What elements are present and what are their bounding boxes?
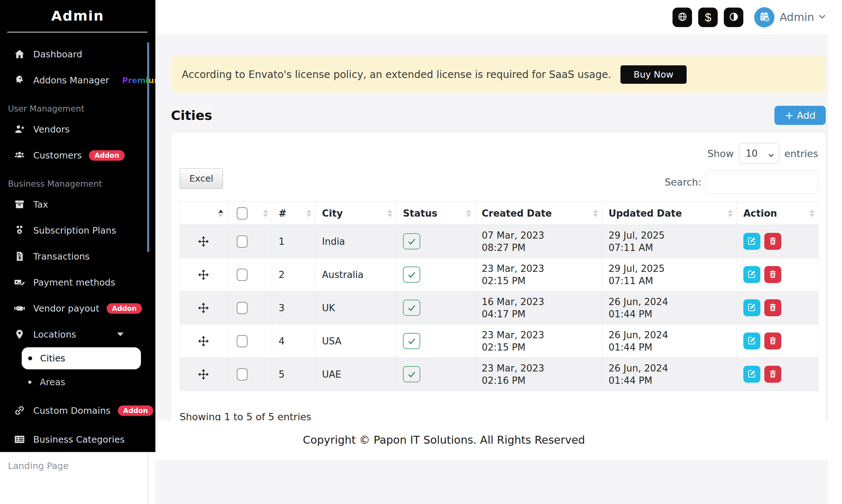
excel-export-button[interactable]: Excel [180,168,223,189]
sidebar-scrollbar-thumb[interactable] [147,42,149,252]
sidebar-item-payment-methods[interactable]: Payment methods [0,269,155,295]
search-input[interactable] [706,170,818,194]
drag-handle-icon[interactable] [198,269,209,281]
map-pin-icon [13,329,26,340]
edit-button[interactable] [743,299,760,316]
status-active-checkbox[interactable] [403,300,420,316]
sidebar-subitem-label: Cities [40,353,65,364]
entries-label: entries [784,148,818,159]
edit-pencil-icon [747,236,756,247]
row-number: 1 [272,225,315,258]
bullet-icon [28,356,32,360]
table-row: 1 India 07 Mar, 202308:27 PM 29 Jul, 202… [180,225,819,258]
edit-button[interactable] [743,266,760,283]
delete-button[interactable] [764,299,781,316]
column-header-action[interactable]: Action [737,202,819,225]
add-button[interactable]: + Add [774,106,826,125]
dollar-icon: $ [705,12,711,23]
page-size-select-wrap: 10 [739,143,779,164]
row-checkbox[interactable] [237,269,248,281]
drag-handle-icon[interactable] [198,335,209,347]
column-header-updated-date[interactable]: Updated Date [602,202,737,225]
column-header-city[interactable]: City [315,202,396,225]
table-row: 3 UK 16 Mar, 202304:17 PM 26 Jun, 202401… [180,291,819,325]
rocket-icon [13,75,26,86]
created-date-cell: 23 Mar, 202302:16 PM [475,358,602,391]
edit-pencil-icon [747,336,756,346]
sidebar-item-vendors[interactable]: Vendors [0,116,155,142]
row-checkbox[interactable] [237,335,248,347]
updated-date-cell: 29 Jul, 202507:11 AM [602,225,737,258]
column-header-number[interactable]: # [272,202,315,225]
delete-button[interactable] [764,333,781,349]
sidebar-item-label: Transactions [33,251,90,262]
drag-handle-icon[interactable] [198,236,209,247]
addon-badge: Addon [118,405,154,416]
city-cell: UAE [315,358,396,391]
sort-icon [218,209,223,217]
edit-button[interactable] [743,233,760,250]
app-title: Admin [0,0,155,32]
table-row: 2 Australia 23 Mar, 202302:15 PM 29 Jul,… [180,258,819,291]
contrast-icon [729,12,739,23]
link-icon [13,405,26,416]
city-cell: India [315,225,396,258]
column-header-status[interactable]: Status [396,202,475,225]
column-header-reorder[interactable] [180,202,227,225]
sidebar-item-customers[interactable]: Customers Addon [0,142,155,168]
edit-button[interactable] [743,333,760,349]
column-header-select-all[interactable] [227,202,272,225]
page-size-select[interactable]: 10 [739,143,779,164]
medal-icon [13,225,26,236]
sidebar-item-label: Customers [33,150,82,161]
drag-handle-icon[interactable] [198,369,209,380]
row-number: 4 [272,325,315,358]
archive-box-icon [13,199,26,210]
trash-icon [768,336,777,346]
user-avatar[interactable] [754,7,774,27]
drag-handle-icon[interactable] [198,302,209,314]
cities-table-card: Show 10 entries Excel Search: [171,133,826,429]
user-menu-label[interactable]: Admin [779,11,814,23]
city-cell: UK [315,291,396,325]
delete-button[interactable] [764,233,781,250]
sidebar-item-custom-domains[interactable]: Custom Domains Addon [0,397,155,423]
delete-button[interactable] [764,266,781,283]
sidebar-item-label: Vendor payout [33,303,99,314]
chevron-down-icon[interactable] [818,12,826,22]
delete-button[interactable] [764,366,781,383]
edit-pencil-icon [747,270,756,280]
sidebar-item-business-categories[interactable]: Business Categories [0,426,155,452]
sidebar-item-dashboard[interactable]: Dashboard [0,41,155,67]
search-group: Search: [665,170,818,194]
sidebar-item-transactions[interactable]: $ Transactions [0,243,155,269]
sidebar-subitem-areas[interactable]: Areas [0,369,155,395]
row-checkbox[interactable] [237,302,248,314]
sidebar-item-addons-manager[interactable]: Addons Manager Premium [0,67,155,93]
sidebar-item-label: Tax [33,199,48,210]
column-header-created-date[interactable]: Created Date [475,202,602,225]
row-checkbox[interactable] [237,368,248,381]
sort-icon [306,209,312,217]
row-checkbox[interactable] [237,235,248,248]
trash-icon [768,303,777,313]
sidebar-subitem-cities-active[interactable]: Cities [22,347,141,369]
sidebar-item-tax[interactable]: Tax [0,191,155,217]
sidebar-item-label: Locations [33,329,76,340]
sidebar-item-label: Business Categories [33,434,125,445]
select-all-checkbox[interactable] [237,207,248,220]
sidebar-item-subscription-plans[interactable]: Subscription Plans [0,217,155,243]
sidebar-item-vendor-payout[interactable]: Vendor payout Addon [0,295,155,321]
status-active-checkbox[interactable] [403,233,420,249]
status-active-checkbox[interactable] [403,266,420,283]
language-button[interactable] [673,8,692,27]
buy-now-button[interactable]: Buy Now [620,65,686,84]
theme-toggle-button[interactable] [724,8,743,27]
sidebar-item-locations[interactable]: Locations [0,321,155,347]
landing-page-section: Landing Page [0,452,155,504]
edit-button[interactable] [743,366,760,383]
sort-icon [263,209,268,217]
status-active-checkbox[interactable] [403,333,420,349]
status-active-checkbox[interactable] [403,366,420,382]
currency-button[interactable]: $ [698,8,718,27]
